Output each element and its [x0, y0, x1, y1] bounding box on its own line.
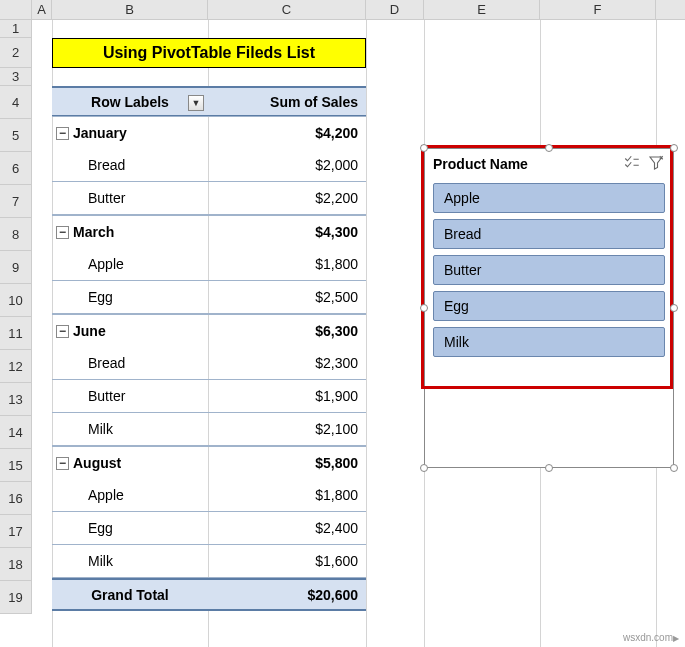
pivot-header-left-text: Row Labels — [91, 94, 169, 110]
row-header-19[interactable]: 19 — [0, 581, 32, 614]
item-name: Milk — [88, 553, 113, 569]
item-name: Egg — [88, 289, 113, 305]
slicer-title: Product Name — [433, 156, 528, 172]
col-header-A[interactable]: A — [32, 0, 52, 19]
collapse-icon[interactable]: − — [56, 127, 69, 140]
group-total: $4,200 — [208, 125, 366, 141]
row-header-7[interactable]: 7 — [0, 185, 32, 218]
resize-handle[interactable] — [420, 464, 428, 472]
item-value: $2,500 — [208, 289, 366, 305]
row-header-1[interactable]: 1 — [0, 20, 32, 38]
pivot-item[interactable]: Butter$2,200 — [52, 182, 366, 215]
row-header-6[interactable]: 6 — [0, 152, 32, 185]
col-header-D[interactable]: D — [366, 0, 424, 19]
item-name: Butter — [88, 190, 125, 206]
row-header-17[interactable]: 17 — [0, 515, 32, 548]
row-header-5[interactable]: 5 — [0, 119, 32, 152]
slicer-body: Apple Bread Butter Egg Milk — [425, 179, 673, 367]
slicer-item-apple[interactable]: Apple — [433, 183, 665, 213]
resize-handle[interactable] — [545, 464, 553, 472]
collapse-icon[interactable]: − — [56, 457, 69, 470]
slicer-item-milk[interactable]: Milk — [433, 327, 665, 357]
clear-filter-icon[interactable] — [647, 154, 665, 175]
multi-select-icon[interactable] — [623, 154, 641, 175]
item-value: $2,200 — [208, 190, 366, 206]
col-header-F[interactable]: F — [540, 0, 656, 19]
group-label: June — [73, 323, 106, 339]
row-header-9[interactable]: 9 — [0, 251, 32, 284]
row-header-10[interactable]: 10 — [0, 284, 32, 317]
collapse-icon[interactable]: − — [56, 325, 69, 338]
pivot-header-values[interactable]: Sum of Sales — [208, 88, 366, 115]
pivot-group-march[interactable]: −March $4,300 — [52, 215, 366, 248]
row-header-13[interactable]: 13 — [0, 383, 32, 416]
resize-handle[interactable] — [420, 304, 428, 312]
pivot-item[interactable]: Egg$2,400 — [52, 512, 366, 545]
column-headers: A B C D E F — [0, 0, 685, 20]
item-value: $2,300 — [208, 355, 366, 371]
row-header-2[interactable]: 2 — [0, 38, 32, 68]
pivot-item[interactable]: Bread$2,000 — [52, 149, 366, 182]
slicer-item-butter[interactable]: Butter — [433, 255, 665, 285]
item-name: Butter — [88, 388, 125, 404]
pivot-item[interactable]: Milk$1,600 — [52, 545, 366, 578]
item-name: Apple — [88, 256, 124, 272]
item-name: Egg — [88, 520, 113, 536]
item-value: $1,600 — [208, 553, 366, 569]
row-header-4[interactable]: 4 — [0, 86, 32, 119]
pivot-item[interactable]: Milk$2,100 — [52, 413, 366, 446]
collapse-icon[interactable]: − — [56, 226, 69, 239]
item-name: Bread — [88, 157, 125, 173]
grand-total-label: Grand Total — [52, 587, 208, 603]
watermark: wsxdn.com▶ — [623, 632, 679, 643]
pivot-item[interactable]: Egg$2,500 — [52, 281, 366, 314]
pivot-item[interactable]: Apple$1,800 — [52, 479, 366, 512]
pivot-item[interactable]: Bread$2,300 — [52, 347, 366, 380]
item-value: $1,900 — [208, 388, 366, 404]
pivot-group-june[interactable]: −June $6,300 — [52, 314, 366, 347]
pivot-table: Row Labels ▼ Sum of Sales −January $4,20… — [52, 86, 366, 611]
col-header-E[interactable]: E — [424, 0, 540, 19]
resize-handle[interactable] — [420, 144, 428, 152]
pivot-grand-total[interactable]: Grand Total $20,600 — [52, 578, 366, 611]
group-total: $4,300 — [208, 224, 366, 240]
row-header-15[interactable]: 15 — [0, 449, 32, 482]
corner-cell[interactable] — [0, 0, 32, 19]
item-value: $2,100 — [208, 421, 366, 437]
pivot-header-rowlabels[interactable]: Row Labels ▼ — [52, 88, 208, 115]
row-header-8[interactable]: 8 — [0, 218, 32, 251]
row-header-12[interactable]: 12 — [0, 350, 32, 383]
resize-handle[interactable] — [670, 144, 678, 152]
row-header-16[interactable]: 16 — [0, 482, 32, 515]
item-value: $2,400 — [208, 520, 366, 536]
row-header-3[interactable]: 3 — [0, 68, 32, 86]
slicer-item-egg[interactable]: Egg — [433, 291, 665, 321]
slicer-header: Product Name — [425, 149, 673, 179]
col-header-B[interactable]: B — [52, 0, 208, 19]
group-label: August — [73, 455, 121, 471]
resize-handle[interactable] — [545, 144, 553, 152]
pivot-group-august[interactable]: −August $5,800 — [52, 446, 366, 479]
pivot-item[interactable]: Apple$1,800 — [52, 248, 366, 281]
pivot-item[interactable]: Butter$1,900 — [52, 380, 366, 413]
row-header-18[interactable]: 18 — [0, 548, 32, 581]
row-header-11[interactable]: 11 — [0, 317, 32, 350]
rowlabels-dropdown[interactable]: ▼ — [188, 95, 204, 111]
item-value: $1,800 — [208, 256, 366, 272]
row-header-14[interactable]: 14 — [0, 416, 32, 449]
pivot-group-january[interactable]: −January $4,200 — [52, 116, 366, 149]
slicer[interactable]: Product Name Apple Bread Butter Egg Milk — [424, 148, 674, 468]
pivot-header: Row Labels ▼ Sum of Sales — [52, 86, 366, 116]
title-cell[interactable]: Using PivotTable Fileds List — [52, 38, 366, 68]
group-total: $5,800 — [208, 455, 366, 471]
slicer-item-bread[interactable]: Bread — [433, 219, 665, 249]
group-label: March — [73, 224, 114, 240]
resize-handle[interactable] — [670, 304, 678, 312]
item-value: $1,800 — [208, 487, 366, 503]
group-total: $6,300 — [208, 323, 366, 339]
item-name: Milk — [88, 421, 113, 437]
item-name: Apple — [88, 487, 124, 503]
resize-handle[interactable] — [670, 464, 678, 472]
col-header-C[interactable]: C — [208, 0, 366, 19]
item-name: Bread — [88, 355, 125, 371]
